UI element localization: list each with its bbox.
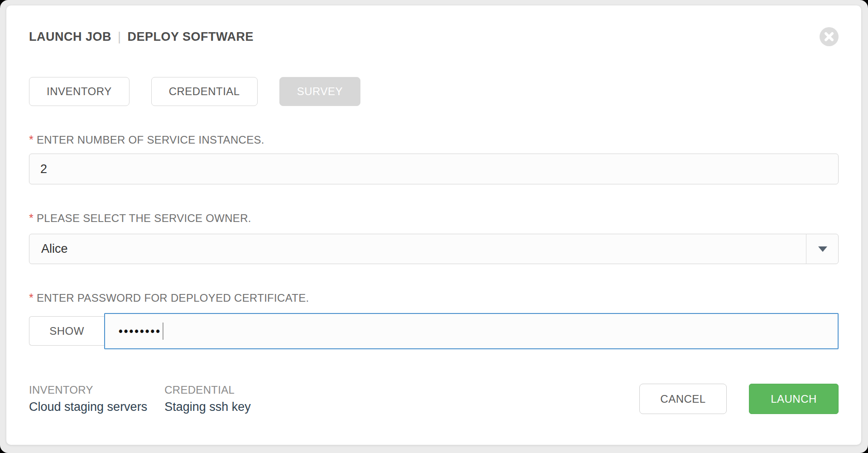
password-input-group: SHOW •••••••• [29,313,839,349]
field-label-text: ENTER PASSWORD FOR DEPLOYED CERTIFICATE. [37,292,309,304]
close-button[interactable] [820,27,839,46]
launch-job-modal: LAUNCH JOB|DEPLOY SOFTWARE INVENTORY CRE… [6,5,861,445]
summary-credential-value: Staging ssh key [164,400,251,414]
field-certificate-password: * ENTER PASSWORD FOR DEPLOYED CERTIFICAT… [29,291,839,349]
summary-inventory: INVENTORY Cloud staging servers [29,384,147,414]
cancel-button[interactable]: CANCEL [639,384,727,414]
field-label-text: ENTER NUMBER OF SERVICE INSTANCES. [37,134,264,146]
field-service-owner: * PLEASE SELECT THE SERVICE OWNER. Alice [29,212,839,264]
title-secondary: DEPLOY SOFTWARE [128,30,254,43]
select-dropdown-toggle[interactable] [806,234,839,264]
field-label: * PLEASE SELECT THE SERVICE OWNER. [29,212,839,225]
launch-summary: INVENTORY Cloud staging servers CREDENTI… [29,384,251,414]
title-separator: | [111,30,128,43]
show-password-button[interactable]: SHOW [29,316,104,346]
required-asterisk: * [29,133,34,146]
chevron-down-icon [818,246,827,252]
page-title: LAUNCH JOB|DEPLOY SOFTWARE [29,30,254,44]
text-caret [163,323,163,340]
summary-credential: CREDENTIAL Staging ssh key [164,384,251,414]
summary-inventory-label: INVENTORY [29,384,147,396]
required-asterisk: * [29,291,34,304]
required-asterisk: * [29,212,34,225]
summary-inventory-value: Cloud staging servers [29,400,147,414]
select-selected-value[interactable]: Alice [29,234,839,264]
summary-credential-label: CREDENTIAL [164,384,251,396]
title-primary: LAUNCH JOB [29,30,111,43]
field-service-instances: * ENTER NUMBER OF SERVICE INSTANCES. [29,133,839,184]
service-instances-input[interactable] [29,154,839,184]
step-credential[interactable]: CREDENTIAL [151,77,258,106]
field-label: * ENTER PASSWORD FOR DEPLOYED CERTIFICAT… [29,291,839,304]
masked-password-value: •••••••• [119,326,161,337]
launch-button[interactable]: LAUNCH [749,384,839,414]
modal-footer: INVENTORY Cloud staging servers CREDENTI… [29,384,839,414]
circle-x-icon [824,32,834,42]
field-label-text: PLEASE SELECT THE SERVICE OWNER. [37,212,251,225]
service-owner-select[interactable]: Alice [29,234,839,264]
step-survey[interactable]: SURVEY [279,77,360,106]
launch-steps: INVENTORY CREDENTIAL SURVEY [29,77,839,106]
step-inventory[interactable]: INVENTORY [29,77,129,106]
certificate-password-input[interactable]: •••••••• [104,313,839,349]
field-label: * ENTER NUMBER OF SERVICE INSTANCES. [29,133,839,146]
modal-header: LAUNCH JOB|DEPLOY SOFTWARE [29,27,839,46]
page-background: LAUNCH JOB|DEPLOY SOFTWARE INVENTORY CRE… [0,0,868,453]
action-buttons: CANCEL LAUNCH [639,384,839,414]
